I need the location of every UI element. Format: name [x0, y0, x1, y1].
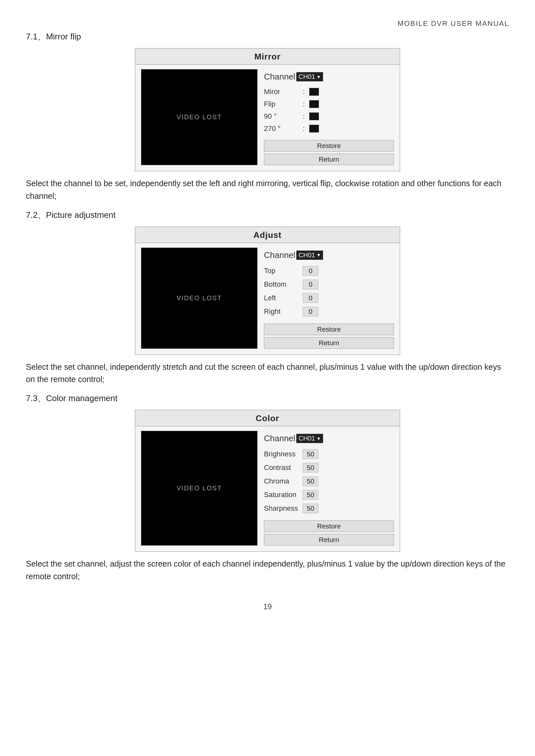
- adjust-bottom-label: Bottom: [264, 280, 303, 289]
- adjust-right-row: Right 0: [264, 307, 394, 316]
- section-mirror-heading: 7.1、Mirror flip: [26, 31, 509, 42]
- mirror-video-lost-label: VIDEO LOST: [177, 114, 222, 121]
- adjust-dialog-title: Adjust: [135, 227, 400, 243]
- color-sharpness-row: Sharpness 50: [264, 503, 394, 513]
- mirror-270-colon: :: [303, 124, 309, 133]
- mirror-restore-button[interactable]: Restore: [264, 140, 394, 151]
- color-chroma-value[interactable]: 50: [303, 476, 318, 486]
- color-paragraph: Select the set channel, adjust the scree…: [26, 557, 509, 583]
- color-dialog: Color VIDEO LOST Channel: CH01 ▼ Brighne…: [135, 410, 400, 552]
- adjust-dropdown-arrow: ▼: [316, 253, 321, 257]
- page-header: MOBILE DVR USER MANUAL: [26, 19, 509, 28]
- color-brighness-row: Brighness 50: [264, 449, 394, 459]
- adjust-right-value[interactable]: 0: [303, 307, 318, 316]
- color-saturation-row: Saturation 50: [264, 490, 394, 500]
- mirror-button-row: Restore Return: [264, 140, 394, 165]
- adjust-video-preview: VIDEO LOST: [141, 248, 258, 349]
- color-brighness-value[interactable]: 50: [303, 449, 318, 459]
- color-contrast-row: Contrast 50: [264, 463, 394, 472]
- mirror-270-value[interactable]: [309, 125, 319, 132]
- mirror-270-label: 270 °: [264, 124, 303, 133]
- color-saturation-label: Saturation: [264, 491, 303, 499]
- color-brighness-label: Brighness: [264, 450, 303, 458]
- adjust-return-button[interactable]: Return: [264, 337, 394, 349]
- adjust-bottom-row: Bottom 0: [264, 280, 394, 289]
- mirror-90-label: 90 °: [264, 112, 303, 121]
- color-channel-value: CH01: [298, 435, 315, 442]
- color-saturation-value[interactable]: 50: [303, 490, 318, 500]
- mirror-flip-colon: :: [303, 100, 309, 108]
- mirror-channel-dropdown[interactable]: CH01 ▼: [296, 72, 323, 81]
- mirror-miror-value[interactable]: [309, 88, 319, 96]
- color-chroma-label: Chroma: [264, 477, 303, 485]
- adjust-dialog: Adjust VIDEO LOST Channel: CH01 ▼ Top 0: [135, 227, 400, 355]
- adjust-channel-value: CH01: [298, 252, 315, 259]
- mirror-channel-value: CH01: [298, 73, 315, 80]
- mirror-video-preview: VIDEO LOST: [141, 69, 258, 165]
- page-number: 19: [26, 602, 509, 611]
- section-color-heading: 7.3、Color management: [26, 393, 509, 404]
- mirror-paragraph: Select the channel to be set, independen…: [26, 177, 509, 202]
- color-channel-label: Channel:: [264, 433, 296, 444]
- adjust-video-lost-label: VIDEO LOST: [177, 294, 222, 302]
- mirror-dialog: Mirror VIDEO LOST Channel: CH01 ▼ Miror …: [135, 48, 400, 171]
- section-color: 7.3、Color management Color VIDEO LOST Ch…: [26, 393, 509, 583]
- color-channel-row: Channel: CH01 ▼: [264, 433, 394, 444]
- color-video-lost-label: VIDEO LOST: [177, 484, 222, 492]
- adjust-controls: Channel: CH01 ▼ Top 0 Bottom 0: [264, 248, 394, 349]
- mirror-90-colon: :: [303, 112, 309, 121]
- adjust-top-label: Top: [264, 267, 303, 275]
- section-adjust: 7.2、Picture adjustment Adjust VIDEO LOST…: [26, 209, 509, 386]
- adjust-restore-button[interactable]: Restore: [264, 324, 394, 335]
- mirror-270-row: 270 ° :: [264, 124, 394, 133]
- mirror-controls: Channel: CH01 ▼ Miror : Flip :: [264, 69, 394, 165]
- mirror-channel-label: Channel:: [264, 72, 296, 82]
- color-return-button[interactable]: Return: [264, 534, 394, 546]
- adjust-channel-dropdown[interactable]: CH01 ▼: [296, 251, 323, 260]
- adjust-left-value[interactable]: 0: [303, 293, 318, 303]
- mirror-channel-row: Channel: CH01 ▼: [264, 72, 394, 82]
- adjust-top-row: Top 0: [264, 266, 394, 276]
- adjust-left-row: Left 0: [264, 293, 394, 303]
- color-contrast-label: Contrast: [264, 464, 303, 472]
- adjust-bottom-value[interactable]: 0: [303, 280, 318, 289]
- mirror-90-value[interactable]: [309, 113, 319, 120]
- mirror-flip-value[interactable]: [309, 100, 319, 108]
- color-chroma-row: Chroma 50: [264, 476, 394, 486]
- color-channel-dropdown[interactable]: CH01 ▼: [296, 434, 323, 443]
- mirror-return-button[interactable]: Return: [264, 153, 394, 165]
- color-button-row: Restore Return: [264, 520, 394, 546]
- adjust-button-row: Restore Return: [264, 324, 394, 349]
- mirror-miror-label: Miror: [264, 88, 303, 96]
- mirror-miror-colon: :: [303, 88, 309, 96]
- section-mirror: 7.1、Mirror flip Mirror VIDEO LOST Channe…: [26, 31, 509, 202]
- adjust-channel-label: Channel:: [264, 250, 296, 260]
- adjust-paragraph: Select the set channel, independently st…: [26, 361, 509, 386]
- color-restore-button[interactable]: Restore: [264, 520, 394, 532]
- color-dialog-title: Color: [135, 410, 400, 426]
- mirror-flip-label: Flip: [264, 100, 303, 108]
- adjust-top-value[interactable]: 0: [303, 266, 318, 276]
- color-sharpness-label: Sharpness: [264, 504, 303, 513]
- mirror-dropdown-arrow: ▼: [316, 74, 321, 79]
- color-controls: Channel: CH01 ▼ Brighness 50 Contrast 50: [264, 431, 394, 546]
- color-sharpness-value[interactable]: 50: [303, 503, 318, 513]
- mirror-flip-row: Flip :: [264, 100, 394, 108]
- mirror-dialog-title: Mirror: [135, 48, 400, 65]
- adjust-right-label: Right: [264, 308, 303, 316]
- color-video-preview: VIDEO LOST: [141, 431, 258, 546]
- adjust-channel-row: Channel: CH01 ▼: [264, 250, 394, 260]
- section-adjust-heading: 7.2、Picture adjustment: [26, 209, 509, 221]
- mirror-90-row: 90 ° :: [264, 112, 394, 121]
- adjust-left-label: Left: [264, 294, 303, 302]
- color-contrast-value[interactable]: 50: [303, 463, 318, 472]
- mirror-miror-row: Miror :: [264, 88, 394, 96]
- color-dropdown-arrow: ▼: [316, 436, 321, 441]
